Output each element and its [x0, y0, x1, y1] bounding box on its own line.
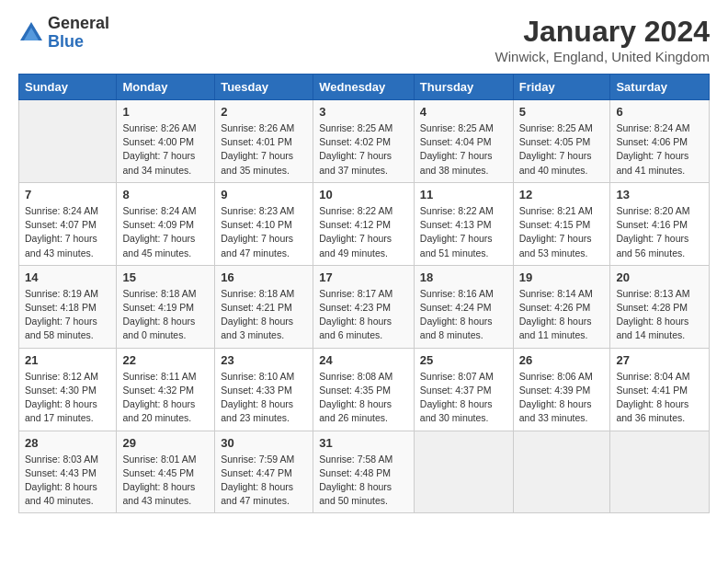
- weekday-header-row: SundayMondayTuesdayWednesdayThursdayFrid…: [19, 75, 710, 100]
- day-number: 28: [25, 436, 110, 450]
- calendar-cell: 6Sunrise: 8:24 AM Sunset: 4:06 PM Daylig…: [610, 100, 710, 183]
- calendar-cell: [414, 431, 513, 513]
- day-number: 11: [420, 188, 507, 201]
- calendar-cell: 8Sunrise: 8:24 AM Sunset: 4:09 PM Daylig…: [117, 182, 215, 265]
- day-number: 24: [319, 353, 408, 367]
- title-block: January 2024 Winwick, England, United Ki…: [495, 15, 710, 64]
- day-number: 23: [221, 353, 307, 367]
- location: Winwick, England, United Kingdom: [495, 49, 710, 64]
- day-info: Sunrise: 8:25 AM Sunset: 4:04 PM Dayligh…: [420, 121, 507, 178]
- calendar-cell: 23Sunrise: 8:10 AM Sunset: 4:33 PM Dayli…: [215, 348, 313, 431]
- day-number: 15: [122, 270, 209, 284]
- day-info: Sunrise: 8:21 AM Sunset: 4:15 PM Dayligh…: [519, 204, 605, 260]
- calendar-cell: 28Sunrise: 8:03 AM Sunset: 4:43 PM Dayli…: [19, 431, 117, 513]
- logo-text: General Blue: [48, 15, 109, 52]
- logo-icon: [18, 20, 44, 46]
- weekday-saturday: Saturday: [610, 75, 710, 100]
- calendar-cell: 7Sunrise: 8:24 AM Sunset: 4:07 PM Daylig…: [19, 182, 117, 265]
- day-number: 25: [420, 353, 507, 367]
- day-number: 26: [519, 353, 605, 367]
- logo-general: General: [48, 15, 109, 33]
- day-info: Sunrise: 8:24 AM Sunset: 4:06 PM Dayligh…: [616, 121, 703, 178]
- day-info: Sunrise: 8:23 AM Sunset: 4:10 PM Dayligh…: [221, 204, 307, 260]
- day-number: 22: [122, 353, 209, 367]
- day-info: Sunrise: 8:20 AM Sunset: 4:16 PM Dayligh…: [616, 204, 703, 260]
- calendar-table: SundayMondayTuesdayWednesdayThursdayFrid…: [18, 74, 710, 513]
- week-row-4: 28Sunrise: 8:03 AM Sunset: 4:43 PM Dayli…: [19, 431, 710, 513]
- weekday-thursday: Thursday: [414, 75, 513, 100]
- day-number: 27: [616, 353, 703, 367]
- day-info: Sunrise: 8:26 AM Sunset: 4:01 PM Dayligh…: [221, 121, 307, 178]
- week-row-0: 1Sunrise: 8:26 AM Sunset: 4:00 PM Daylig…: [19, 100, 710, 183]
- calendar-cell: 3Sunrise: 8:25 AM Sunset: 4:02 PM Daylig…: [313, 100, 415, 183]
- calendar-cell: 29Sunrise: 8:01 AM Sunset: 4:45 PM Dayli…: [117, 431, 215, 513]
- day-number: 17: [319, 270, 408, 284]
- calendar-cell: 12Sunrise: 8:21 AM Sunset: 4:15 PM Dayli…: [513, 182, 610, 265]
- day-number: 2: [221, 105, 307, 119]
- day-number: 19: [519, 270, 605, 284]
- calendar-cell: 17Sunrise: 8:17 AM Sunset: 4:23 PM Dayli…: [313, 265, 415, 348]
- day-number: 31: [319, 436, 408, 450]
- day-info: Sunrise: 8:07 AM Sunset: 4:37 PM Dayligh…: [420, 370, 507, 426]
- day-number: 12: [519, 188, 605, 201]
- day-number: 6: [616, 105, 703, 119]
- weekday-friday: Friday: [513, 75, 610, 100]
- day-info: Sunrise: 8:18 AM Sunset: 4:21 PM Dayligh…: [221, 287, 307, 343]
- day-number: 9: [221, 188, 307, 201]
- calendar-cell: 15Sunrise: 8:18 AM Sunset: 4:19 PM Dayli…: [117, 265, 215, 348]
- calendar-cell: 27Sunrise: 8:04 AM Sunset: 4:41 PM Dayli…: [610, 348, 710, 431]
- day-info: Sunrise: 7:59 AM Sunset: 4:47 PM Dayligh…: [221, 453, 307, 509]
- day-info: Sunrise: 8:19 AM Sunset: 4:18 PM Dayligh…: [25, 287, 110, 343]
- week-row-2: 14Sunrise: 8:19 AM Sunset: 4:18 PM Dayli…: [19, 265, 710, 348]
- day-number: 18: [420, 270, 507, 284]
- calendar-cell: 9Sunrise: 8:23 AM Sunset: 4:10 PM Daylig…: [215, 182, 313, 265]
- calendar-cell: 16Sunrise: 8:18 AM Sunset: 4:21 PM Dayli…: [215, 265, 313, 348]
- logo-blue: Blue: [48, 33, 109, 52]
- calendar-cell: 20Sunrise: 8:13 AM Sunset: 4:28 PM Dayli…: [610, 265, 710, 348]
- day-info: Sunrise: 8:06 AM Sunset: 4:39 PM Dayligh…: [519, 370, 605, 426]
- weekday-tuesday: Tuesday: [215, 75, 313, 100]
- calendar-cell: 31Sunrise: 7:58 AM Sunset: 4:48 PM Dayli…: [313, 431, 415, 513]
- day-number: 8: [122, 188, 209, 201]
- day-info: Sunrise: 8:22 AM Sunset: 4:12 PM Dayligh…: [319, 204, 408, 260]
- calendar-cell: 10Sunrise: 8:22 AM Sunset: 4:12 PM Dayli…: [313, 182, 415, 265]
- day-number: 3: [319, 105, 408, 119]
- calendar-header: SundayMondayTuesdayWednesdayThursdayFrid…: [19, 75, 710, 100]
- day-info: Sunrise: 8:26 AM Sunset: 4:00 PM Dayligh…: [122, 121, 209, 178]
- calendar-cell: 4Sunrise: 8:25 AM Sunset: 4:04 PM Daylig…: [414, 100, 513, 183]
- day-number: 4: [420, 105, 507, 119]
- calendar-cell: [513, 431, 610, 513]
- day-number: 5: [519, 105, 605, 119]
- week-row-3: 21Sunrise: 8:12 AM Sunset: 4:30 PM Dayli…: [19, 348, 710, 431]
- weekday-wednesday: Wednesday: [313, 75, 415, 100]
- calendar-body: 1Sunrise: 8:26 AM Sunset: 4:00 PM Daylig…: [19, 100, 710, 513]
- day-number: 20: [616, 270, 703, 284]
- weekday-monday: Monday: [117, 75, 215, 100]
- calendar-cell: 1Sunrise: 8:26 AM Sunset: 4:00 PM Daylig…: [117, 100, 215, 183]
- calendar-cell: 2Sunrise: 8:26 AM Sunset: 4:01 PM Daylig…: [215, 100, 313, 183]
- month-title: January 2024: [495, 15, 710, 49]
- day-info: Sunrise: 8:18 AM Sunset: 4:19 PM Dayligh…: [122, 287, 209, 343]
- calendar-cell: 22Sunrise: 8:11 AM Sunset: 4:32 PM Dayli…: [117, 348, 215, 431]
- day-number: 13: [616, 188, 703, 201]
- day-info: Sunrise: 8:03 AM Sunset: 4:43 PM Dayligh…: [25, 453, 110, 509]
- calendar-cell: 21Sunrise: 8:12 AM Sunset: 4:30 PM Dayli…: [19, 348, 117, 431]
- day-info: Sunrise: 8:04 AM Sunset: 4:41 PM Dayligh…: [616, 370, 703, 426]
- day-info: Sunrise: 7:58 AM Sunset: 4:48 PM Dayligh…: [319, 453, 408, 509]
- day-info: Sunrise: 8:10 AM Sunset: 4:33 PM Dayligh…: [221, 370, 307, 426]
- calendar-cell: 18Sunrise: 8:16 AM Sunset: 4:24 PM Dayli…: [414, 265, 513, 348]
- logo: General Blue: [18, 15, 109, 52]
- calendar-cell: 30Sunrise: 7:59 AM Sunset: 4:47 PM Dayli…: [215, 431, 313, 513]
- day-info: Sunrise: 8:17 AM Sunset: 4:23 PM Dayligh…: [319, 287, 408, 343]
- calendar-cell: 11Sunrise: 8:22 AM Sunset: 4:13 PM Dayli…: [414, 182, 513, 265]
- calendar-cell: 14Sunrise: 8:19 AM Sunset: 4:18 PM Dayli…: [19, 265, 117, 348]
- calendar-cell: 19Sunrise: 8:14 AM Sunset: 4:26 PM Dayli…: [513, 265, 610, 348]
- day-number: 7: [25, 188, 110, 201]
- calendar-cell: [610, 431, 710, 513]
- day-info: Sunrise: 8:12 AM Sunset: 4:30 PM Dayligh…: [25, 370, 110, 426]
- weekday-sunday: Sunday: [19, 75, 117, 100]
- day-number: 21: [25, 353, 110, 367]
- calendar-cell: 25Sunrise: 8:07 AM Sunset: 4:37 PM Dayli…: [414, 348, 513, 431]
- calendar-cell: [19, 100, 117, 183]
- day-info: Sunrise: 8:11 AM Sunset: 4:32 PM Dayligh…: [122, 370, 209, 426]
